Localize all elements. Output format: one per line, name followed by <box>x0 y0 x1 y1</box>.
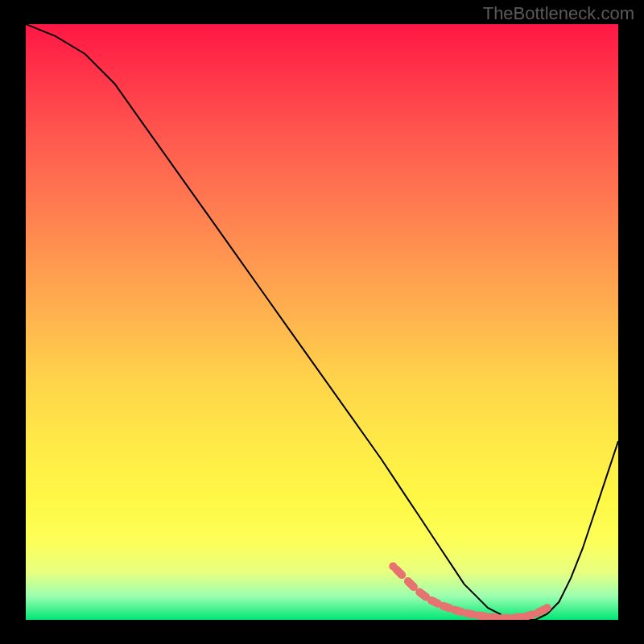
highlight-dot <box>479 616 485 617</box>
highlight-dot <box>431 601 438 604</box>
highlight-dot <box>526 614 533 616</box>
highlight-dot <box>455 610 461 612</box>
highlight-dot <box>514 617 521 618</box>
highlight-dot <box>444 606 450 609</box>
highlight-dot <box>408 581 414 587</box>
highlight-dot <box>467 613 473 615</box>
highlight-dot <box>538 609 544 613</box>
main-curve-path <box>26 24 618 620</box>
plot-area <box>26 24 618 620</box>
chart-svg <box>26 24 618 620</box>
watermark-text: TheBottleneck.com <box>483 3 634 24</box>
highlight-dot <box>396 569 402 575</box>
highlight-end <box>543 604 551 612</box>
highlight-end <box>389 562 397 570</box>
highlight-dot <box>419 592 426 597</box>
highlight-dot <box>490 617 497 618</box>
